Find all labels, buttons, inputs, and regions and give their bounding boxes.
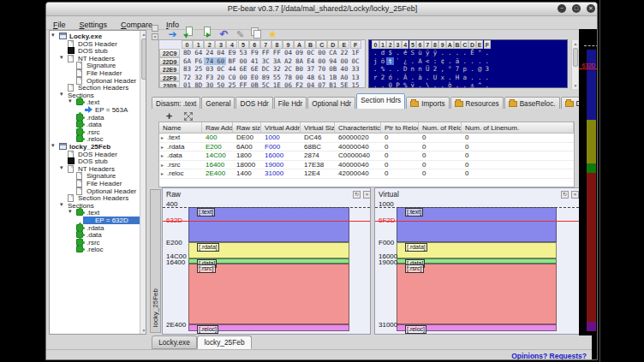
- tree-expand-arrow-icon[interactable]: ▾: [51, 32, 55, 39]
- ascii-char-cell[interactable]: ÿ: [409, 81, 417, 88]
- table-row[interactable]: ▸.reloc2E40014003100012E442000040000: [159, 169, 574, 179]
- hex-byte-cell[interactable]: E9: [226, 49, 237, 57]
- hex-byte-cell[interactable]: 1E: [271, 81, 283, 88]
- menu-file[interactable]: File: [46, 19, 73, 29]
- column-header-raw-size[interactable]: Raw size: [233, 122, 261, 134]
- ascii-char-cell[interactable]: p: [461, 65, 468, 74]
- hex-byte-cell[interactable]: 0C: [350, 57, 361, 66]
- hex-byte-cell[interactable]: 04: [215, 49, 226, 57]
- cell-ptr_to_reloc[interactable]: 0: [381, 151, 419, 161]
- ascii-char-cell[interactable]: ,: [438, 65, 446, 74]
- minimize-button[interactable]: −: [558, 4, 566, 13]
- hex-byte-cell[interactable]: 70: [316, 65, 327, 74]
- ascii-char-cell[interactable]: .: [484, 49, 492, 57]
- hex-byte-cell[interactable]: 55: [271, 74, 283, 82]
- ascii-char-cell[interactable]: .: [372, 65, 379, 74]
- hex-byte-cell[interactable]: 0B: [249, 81, 260, 88]
- ascii-char-cell[interactable]: ò: [446, 81, 454, 88]
- cell-raw_size[interactable]: 18000: [233, 161, 261, 170]
- ascii-char-cell[interactable]: 0: [386, 81, 394, 88]
- ascii-char-cell[interactable]: S: [409, 49, 417, 57]
- ascii-char-cell[interactable]: <: [424, 57, 432, 66]
- ascii-char-cell[interactable]: .: [446, 74, 454, 82]
- cell-raw_size[interactable]: 1400: [233, 169, 261, 179]
- panel-close-icon[interactable]: ×: [571, 191, 579, 199]
- hex-byte-cell[interactable]: 40: [338, 65, 349, 74]
- hex-byte-cell[interactable]: 00: [316, 57, 327, 66]
- scroll-up-icon[interactable]: ▲: [140, 31, 146, 38]
- hex-byte-cell[interactable]: 24: [204, 49, 215, 57]
- cell-characteristics[interactable]: C0000040: [335, 151, 381, 161]
- cell-ptr_to_reloc[interactable]: 0: [381, 169, 419, 179]
- cell-raw_size[interactable]: 1800: [233, 151, 261, 161]
- hex-byte-cell[interactable]: 89: [260, 74, 271, 82]
- ascii-char-cell[interactable]: .: [484, 57, 492, 66]
- column-header-name[interactable]: Name: [159, 122, 202, 134]
- ascii-char-cell[interactable]: D: [402, 65, 409, 74]
- ascii-char-cell[interactable]: \: [424, 81, 432, 88]
- hex-byte-cell[interactable]: 07: [316, 81, 327, 88]
- edit-icon[interactable]: ✎: [234, 26, 247, 39]
- ascii-char-cell[interactable]: .: [454, 49, 462, 57]
- ascii-dump-pane[interactable]: 0123456789ABCDEF.d$.éSùÿÿ....Ê".jöt`¿.A<…: [368, 39, 568, 88]
- ascii-char-cell[interactable]: %: [402, 81, 409, 88]
- ascii-char-cell[interactable]: °: [446, 65, 454, 74]
- hex-byte-cell[interactable]: 0C: [305, 49, 316, 57]
- hex-byte-cell[interactable]: 5E: [338, 81, 349, 88]
- copy-icon[interactable]: [249, 26, 262, 39]
- add-section-button[interactable]: +: [164, 110, 175, 122]
- ascii-char-cell[interactable]: d: [379, 49, 387, 57]
- ascii-char-cell[interactable]: .: [484, 74, 492, 82]
- ascii-char-cell[interactable]: 7: [454, 65, 462, 74]
- ascii-char-cell[interactable]: ù: [416, 49, 424, 57]
- scroll-up-icon[interactable]: ▲: [572, 40, 579, 47]
- panel-close-icon[interactable]: ×: [363, 191, 371, 199]
- ascii-char-cell[interactable]: À: [402, 74, 409, 82]
- ascii-char-cell[interactable]: 3: [484, 65, 492, 74]
- ascii-char-cell[interactable]: .: [461, 49, 468, 57]
- hex-byte-cell[interactable]: 03: [204, 65, 215, 74]
- hex-byte-cell[interactable]: 00: [294, 74, 305, 82]
- cell-ptr_to_reloc[interactable]: 0: [381, 143, 419, 152]
- ascii-scrollbar[interactable]: ▲▼: [571, 40, 578, 89]
- ascii-char-cell[interactable]: ^: [476, 81, 484, 88]
- hex-byte-cell[interactable]: 1F: [350, 49, 361, 57]
- ascii-char-cell[interactable]: .: [372, 49, 379, 57]
- column-header-num-of-reloc[interactable]: Num. of Reloc.: [419, 122, 462, 134]
- menu-settings[interactable]: Settings: [73, 19, 115, 29]
- hex-byte-cell[interactable]: E0: [249, 74, 260, 82]
- hex-byte-cell[interactable]: 30: [204, 81, 215, 88]
- cell-num_of_reloc[interactable]: 0: [419, 151, 462, 161]
- ascii-char-cell[interactable]: P: [394, 81, 402, 88]
- tab-debug[interactable]: Debug: [561, 97, 580, 109]
- hex-byte-cell[interactable]: 1B: [327, 74, 338, 82]
- hex-byte-cell[interactable]: 8A: [294, 57, 305, 66]
- hex-byte-cell[interactable]: 8D: [182, 49, 193, 57]
- ascii-char-cell[interactable]: .: [409, 74, 417, 82]
- file-tab-locky-25feb[interactable]: locky_25Feb: [197, 335, 252, 349]
- tree-item-reloc[interactable]: .reloc: [50, 246, 146, 253]
- load-file-icon[interactable]: [183, 26, 196, 39]
- star-icon[interactable]: ★: [266, 26, 279, 39]
- ascii-char-cell[interactable]: .: [446, 49, 454, 57]
- hex-byte-cell[interactable]: 44: [226, 65, 237, 74]
- ascii-char-cell[interactable]: ÿ: [424, 49, 432, 57]
- cell-ptr_to_reloc[interactable]: 0: [381, 134, 419, 143]
- hex-byte-cell[interactable]: 48: [305, 74, 316, 82]
- cell-characteristics[interactable]: 40000040: [335, 143, 381, 152]
- table-row[interactable]: ▸.text400DE001000DC4660000020000: [159, 134, 574, 143]
- hex-byte-cell[interactable]: 01: [182, 81, 193, 88]
- hex-byte-cell[interactable]: 61: [316, 74, 327, 82]
- ascii-char-cell[interactable]: .: [468, 74, 476, 82]
- hex-byte-cell[interactable]: 3A: [271, 57, 283, 66]
- cell-num_of_linenum[interactable]: 0: [462, 134, 574, 143]
- ascii-char-cell[interactable]: ó: [386, 74, 394, 82]
- hex-byte-cell[interactable]: F6: [193, 57, 204, 66]
- cell-virtual_addr[interactable]: 16000: [261, 151, 301, 161]
- ascii-char-cell[interactable]: n: [416, 65, 424, 74]
- ascii-char-cell[interactable]: ÿ: [432, 49, 439, 57]
- tab-section-hdrs[interactable]: Section Hdrs: [356, 93, 405, 109]
- cell-raw_size[interactable]: DE00: [233, 134, 261, 143]
- cell-num_of_linenum[interactable]: 0: [462, 143, 574, 152]
- tree-expand-arrow-icon[interactable]: ▾: [69, 208, 72, 215]
